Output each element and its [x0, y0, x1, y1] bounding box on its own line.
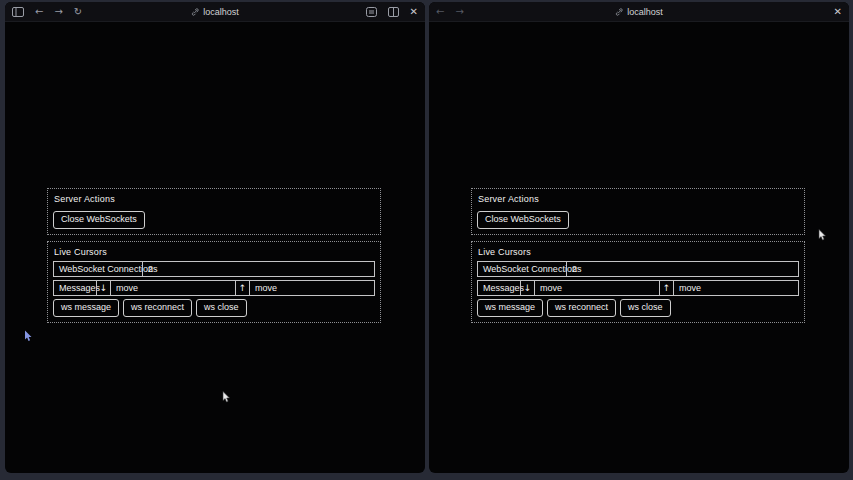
- down-arrow-icon: ↓: [96, 281, 110, 295]
- titlebar[interactable]: ← → localhost ✕: [429, 2, 849, 22]
- outgoing-message-value: move: [673, 281, 798, 295]
- close-websockets-button[interactable]: Close WebSockets: [477, 211, 569, 229]
- down-arrow-icon: ↓: [520, 281, 534, 295]
- browser-window-right: ← → localhost ✕ Server Actions Close Web…: [429, 2, 849, 473]
- ws-close-button[interactable]: ws close: [196, 299, 247, 317]
- up-arrow-icon: ↑: [659, 281, 673, 295]
- address-display[interactable]: localhost: [615, 2, 663, 21]
- toolbar-left: ← →: [436, 7, 464, 17]
- server-actions-title: Server Actions: [54, 194, 375, 204]
- toolbar-right: ✕: [366, 7, 418, 17]
- ws-buttons-row: ws message ws reconnect ws close: [53, 299, 375, 317]
- ws-message-button[interactable]: ws message: [53, 299, 119, 317]
- close-websockets-button[interactable]: Close WebSockets: [53, 211, 145, 229]
- server-actions-title: Server Actions: [478, 194, 799, 204]
- messages-row: Messages ↓ move ↑ move: [477, 280, 799, 296]
- toolbar-left: ← → ↻: [12, 7, 82, 17]
- live-cursors-title: Live Cursors: [478, 247, 799, 257]
- toolbar-right: ✕: [834, 7, 842, 17]
- back-icon[interactable]: ←: [35, 7, 43, 17]
- connections-label: WebSocket Connections: [54, 262, 142, 276]
- link-icon: [615, 8, 623, 16]
- connections-value: 2: [142, 262, 374, 276]
- desktop: { "colors": { "desktop_bg": "#272a35", "…: [0, 0, 853, 480]
- outgoing-message-value: move: [249, 281, 374, 295]
- ws-buttons-row: ws message ws reconnect ws close: [477, 299, 799, 317]
- ws-close-button[interactable]: ws close: [620, 299, 671, 317]
- reader-list-icon[interactable]: [366, 7, 377, 17]
- close-icon[interactable]: ✕: [410, 7, 418, 17]
- connections-row: WebSocket Connections 2: [53, 261, 375, 277]
- page-content: Server Actions Close WebSockets Live Cur…: [5, 22, 425, 472]
- up-arrow-icon: ↑: [235, 281, 249, 295]
- connections-label: WebSocket Connections: [478, 262, 566, 276]
- address-display[interactable]: localhost: [191, 2, 239, 21]
- reload-icon[interactable]: ↻: [74, 7, 82, 17]
- forward-icon[interactable]: →: [54, 7, 62, 17]
- live-cursors-panel: Live Cursors WebSocket Connections 2 Mes…: [471, 241, 805, 323]
- page-title: localhost: [203, 7, 239, 17]
- sidebar-toggle-icon[interactable]: [12, 7, 24, 17]
- back-icon[interactable]: ←: [436, 7, 444, 17]
- incoming-message-value: move: [534, 281, 659, 295]
- live-cursors-title: Live Cursors: [54, 247, 375, 257]
- browser-window-left: ← → ↻ localhost ✕ Server Actions Close W…: [5, 2, 425, 473]
- server-actions-panel: Server Actions Close WebSockets: [47, 188, 381, 235]
- messages-label: Messages: [478, 281, 520, 295]
- live-cursors-panel: Live Cursors WebSocket Connections 2 Mes…: [47, 241, 381, 323]
- connections-value: 2: [566, 262, 798, 276]
- page-title: localhost: [627, 7, 663, 17]
- ws-reconnect-button[interactable]: ws reconnect: [547, 299, 616, 317]
- forward-icon[interactable]: →: [455, 7, 463, 17]
- ws-reconnect-button[interactable]: ws reconnect: [123, 299, 192, 317]
- page-content: Server Actions Close WebSockets Live Cur…: [429, 22, 849, 472]
- titlebar[interactable]: ← → ↻ localhost ✕: [5, 2, 425, 22]
- server-actions-panel: Server Actions Close WebSockets: [471, 188, 805, 235]
- messages-label: Messages: [54, 281, 96, 295]
- close-icon[interactable]: ✕: [834, 7, 842, 17]
- split-view-icon[interactable]: [388, 7, 399, 17]
- connections-row: WebSocket Connections 2: [477, 261, 799, 277]
- messages-row: Messages ↓ move ↑ move: [53, 280, 375, 296]
- link-icon: [191, 8, 199, 16]
- ws-message-button[interactable]: ws message: [477, 299, 543, 317]
- incoming-message-value: move: [110, 281, 235, 295]
